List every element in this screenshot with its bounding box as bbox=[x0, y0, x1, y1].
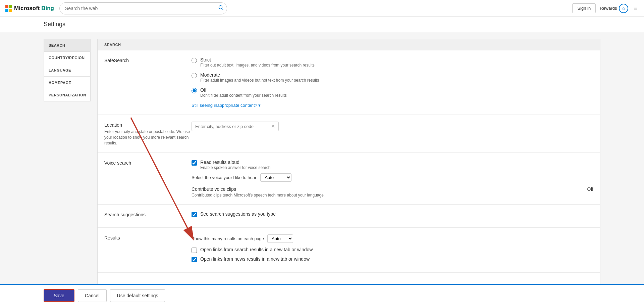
radio-moderate-label: Moderate bbox=[200, 72, 319, 78]
page-title-bar: Settings bbox=[0, 17, 644, 32]
inappropriate-content-link[interactable]: Still seeing inappropriate content? ▾ bbox=[192, 103, 261, 108]
radio-option-off: Off Don't filter adult content from your… bbox=[192, 87, 593, 98]
read-aloud-label: Read results aloud bbox=[200, 160, 270, 165]
radio-strict-desc: Filter out adult text, images, and video… bbox=[200, 63, 315, 68]
results-controls: Show this many results on each page Auto… bbox=[192, 234, 593, 266]
save-button[interactable]: Save bbox=[44, 289, 74, 302]
radio-off-label: Off bbox=[200, 87, 287, 93]
location-input[interactable] bbox=[195, 124, 271, 129]
safesearch-label: SafeSearch bbox=[104, 57, 192, 63]
results-row: Results Show this many results on each p… bbox=[98, 228, 600, 273]
svg-line-1 bbox=[222, 8, 223, 10]
read-aloud-option: Read results aloud Enable spoken answer … bbox=[192, 160, 593, 170]
page-title: Settings bbox=[44, 21, 600, 28]
sidebar-item-language[interactable]: LANGUAGE bbox=[44, 64, 91, 76]
section-header-search: SEARCH bbox=[98, 39, 600, 50]
sidebar-item-country[interactable]: COUNTRY/REGION bbox=[44, 51, 91, 64]
radio-option-moderate: Moderate Filter adult images and videos … bbox=[192, 72, 593, 83]
voice-select[interactable]: Auto Voice 1 Voice 2 bbox=[260, 173, 291, 182]
read-aloud-checkbox[interactable] bbox=[192, 160, 197, 166]
menu-button[interactable]: ≡ bbox=[632, 3, 639, 13]
search-input[interactable] bbox=[59, 2, 227, 14]
safesearch-row: SafeSearch Strict Filter out adult text,… bbox=[98, 50, 600, 115]
sidebar-item-personalization[interactable]: PERSONALIZATION bbox=[44, 89, 91, 101]
voice-clips-row: Contribute voice clips Contributed clips… bbox=[192, 186, 593, 198]
ms-logo-icon bbox=[5, 5, 12, 12]
open-links-option: Open links from search results in a new … bbox=[192, 247, 593, 253]
radio-moderate-desc: Filter adult images and videos but not t… bbox=[200, 78, 319, 83]
search-suggestions-controls: See search suggestions as you type bbox=[192, 211, 593, 221]
radio-strict[interactable] bbox=[192, 58, 197, 63]
location-controls: ✕ bbox=[192, 122, 593, 131]
content-area: SEARCH SafeSearch Strict Filter out adul… bbox=[97, 39, 600, 298]
radio-off-desc: Don't filter adult content from your sea… bbox=[200, 93, 287, 98]
voice-search-controls: Read results aloud Enable spoken answer … bbox=[192, 160, 593, 198]
location-label: Location Enter your city and state or po… bbox=[104, 122, 192, 146]
location-input-wrap: ✕ bbox=[192, 122, 279, 131]
action-bar: Save Cancel Use default settings bbox=[0, 284, 644, 305]
voice-search-label: Voice search bbox=[104, 160, 192, 166]
open-links-label: Open links from search results in a new … bbox=[200, 247, 313, 252]
search-suggestions-label: Search suggestions bbox=[104, 211, 192, 217]
open-news-label: Open links from news results in a new ta… bbox=[200, 256, 310, 262]
sidebar-item-homepage[interactable]: HOMEPAGE bbox=[44, 76, 91, 89]
voice-clips-desc: Contributed clips teach Microsoft's spee… bbox=[192, 193, 325, 198]
suggestions-option: See search suggestions as you type bbox=[192, 211, 593, 217]
rewards-button[interactable]: Rewards ☆ bbox=[600, 4, 628, 13]
header-right: Sign in Rewards ☆ ≡ bbox=[572, 3, 639, 13]
signin-button[interactable]: Sign in bbox=[572, 3, 596, 13]
location-clear-button[interactable]: ✕ bbox=[271, 124, 275, 129]
header: Microsoft Bing Sign in Rewards ☆ ≡ bbox=[0, 0, 644, 17]
radio-option-strict: Strict Filter out adult text, images, an… bbox=[192, 57, 593, 68]
radio-off[interactable] bbox=[192, 88, 197, 93]
rewards-icon: ☆ bbox=[619, 4, 628, 13]
open-news-option: Open links from news results in a new ta… bbox=[192, 256, 593, 262]
radio-strict-label: Strict bbox=[200, 57, 315, 62]
use-default-settings-button[interactable]: Use default settings bbox=[110, 289, 165, 302]
voice-clips-title: Contribute voice clips bbox=[192, 186, 325, 192]
sidebar-item-search[interactable]: SEARCH bbox=[44, 39, 91, 51]
search-suggestions-row: Search suggestions See search suggestion… bbox=[98, 205, 600, 228]
read-aloud-desc: Enable spoken answer for voice search bbox=[200, 165, 270, 170]
sidebar: SEARCH COUNTRY/REGION LANGUAGE HOMEPAGE … bbox=[44, 39, 91, 298]
results-per-page-row: Show this many results on each page Auto… bbox=[192, 234, 593, 243]
voice-search-row: Voice search Read results aloud Enable s… bbox=[98, 153, 600, 205]
safesearch-controls: Strict Filter out adult text, images, an… bbox=[192, 57, 593, 108]
voice-select-row: Select the voice you'd like to hear Auto… bbox=[192, 173, 593, 182]
search-button[interactable] bbox=[218, 5, 224, 12]
suggestions-checkbox[interactable] bbox=[192, 212, 197, 217]
location-row: Location Enter your city and state or po… bbox=[98, 115, 600, 153]
results-label: Results bbox=[104, 234, 192, 241]
open-links-checkbox[interactable] bbox=[192, 248, 197, 253]
main-layout: SEARCH COUNTRY/REGION LANGUAGE HOMEPAGE … bbox=[0, 32, 644, 305]
voice-clips-status: Off bbox=[587, 186, 593, 192]
results-per-page-select[interactable]: Auto 10 20 30 50 bbox=[267, 234, 293, 243]
search-bar-container bbox=[59, 2, 227, 14]
logo-text: Microsoft Bing bbox=[14, 5, 54, 12]
logo-link[interactable]: Microsoft Bing bbox=[5, 5, 54, 12]
open-news-checkbox[interactable] bbox=[192, 257, 197, 262]
suggestions-label: See search suggestions as you type bbox=[200, 211, 276, 217]
cancel-button[interactable]: Cancel bbox=[78, 289, 107, 302]
radio-moderate[interactable] bbox=[192, 73, 197, 78]
